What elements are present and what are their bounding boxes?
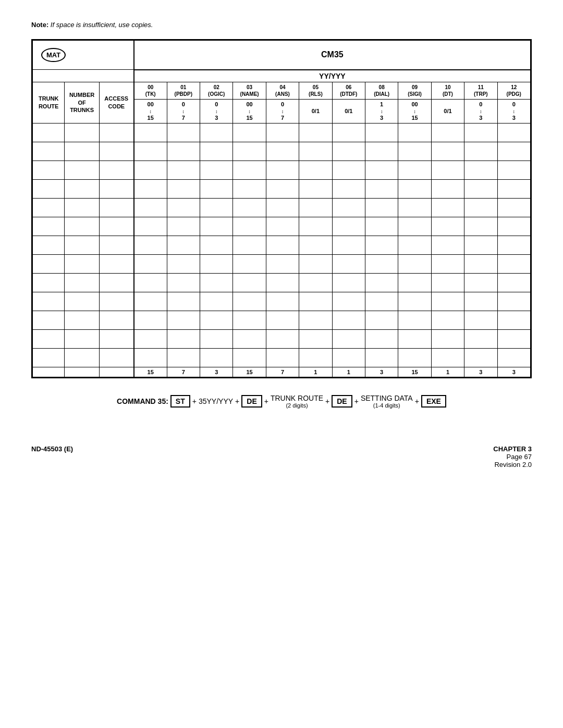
footer-page: Page 67 [493,453,532,461]
col-03-header: 03(NAME) [233,82,266,99]
empty-top-left [33,70,134,82]
st-box: ST [170,395,190,408]
cm35-title: CM35 [134,41,531,70]
plus-5: + [354,397,359,405]
col-header-row: TRUNKROUTE NUMBEROFTRUNKS ACCESSCODE 00(… [33,82,531,99]
footer-right: CHAPTER 3 Page 67 Revision 2.0 [493,445,532,468]
yy-yyy-header: YY/YYY [134,70,531,82]
col-09-header: 09(SIGI) [398,82,431,99]
summary-06: 1 [332,367,365,377]
footer-revision: Revision 2.0 [493,461,532,468]
trunk-route-header: TRUNKROUTE [33,82,65,124]
default-03: 00↕15 [233,99,266,124]
command-label: COMMAND 35: [117,397,168,405]
setting-data-label: SETTING DATA (1-4 digits) [361,394,413,409]
default-00: 00↕15 [134,99,167,124]
col-06-header: 06(DTDF) [332,82,365,99]
summary-09: 15 [398,367,431,377]
main-table-wrapper: MAT CM35 YY/YYY TRUNKROUTE NUMBEROFTRUNK… [31,39,532,378]
table-row [33,161,531,180]
hatch-2 [65,367,99,377]
plus-2: + [235,397,239,405]
default-12: 0↕3 [497,99,530,124]
default-11: 0↕3 [464,99,497,124]
table-row [33,330,531,349]
default-02: 0↕3 [200,99,233,124]
plus-4: + [325,397,329,405]
default-04: 0↕7 [266,99,299,124]
summary-00: 15 [134,367,167,377]
default-05: 0/1 [299,99,332,124]
table-row [33,236,531,255]
summary-12: 3 [497,367,530,377]
table-row [33,255,531,274]
col-08-header: 08(DIAL) [365,82,398,99]
summary-08: 3 [365,367,398,377]
summary-02: 3 [200,367,233,377]
hatch-1 [33,367,65,377]
table-row [33,142,531,161]
table-row [33,217,531,236]
col-04-header: 04(ANS) [266,82,299,99]
table-row [33,274,531,292]
summary-01: 7 [167,367,200,377]
col-05-header: 05(RLS) [299,82,332,99]
mat-badge: MAT [41,48,66,62]
summary-row: 15 7 3 15 7 1 1 3 15 1 3 3 [33,367,531,377]
access-code-header: ACCESSCODE [99,82,133,124]
default-08: 1↕3 [365,99,398,124]
col-11-header: 11(TRP) [464,82,497,99]
col-00-header: 00(TK) [134,82,167,99]
table-row [33,124,531,142]
code1: 35YY/YYY [199,397,233,405]
table-row [33,180,531,199]
col-10-header: 10(DT) [431,82,464,99]
default-06: 0/1 [332,99,365,124]
footer-left: ND-45503 (E) [31,445,73,468]
footer-section: ND-45503 (E) CHAPTER 3 Page 67 Revision … [31,440,532,468]
number-of-trunks-header: NUMBEROFTRUNKS [65,82,99,124]
trunk-route-label: TRUNK ROUTE (2 digits) [271,394,323,409]
summary-04: 7 [266,367,299,377]
col-01-header: 01(PBDP) [167,82,200,99]
table-row [33,311,531,330]
summary-11: 3 [464,367,497,377]
plus-6: + [415,397,419,405]
exe-box: EXE [421,395,446,408]
note-text: Note: If space is insufficient, use copi… [31,21,532,29]
data-table: MAT CM35 YY/YYY TRUNKROUTE NUMBEROFTRUNK… [32,40,531,377]
table-row [33,292,531,311]
plus-1: + [192,397,197,405]
default-01: 0↕7 [167,99,200,124]
default-09: 00↕15 [398,99,431,124]
table-row [33,199,531,217]
summary-05: 1 [299,367,332,377]
mat-cell: MAT [33,41,134,70]
default-10: 0/1 [431,99,464,124]
table-row [33,349,531,367]
summary-03: 15 [233,367,266,377]
title-row: MAT CM35 [33,41,531,70]
de2-box: DE [332,395,352,408]
col-12-header: 12(PDG) [497,82,530,99]
summary-10: 1 [431,367,464,377]
col-02-header: 02(OGIC) [200,82,233,99]
footer-chapter: CHAPTER 3 [493,445,532,453]
command-section: COMMAND 35: ST + 35YY/YYY + DE + TRUNK R… [31,394,532,409]
yy-yyy-row: YY/YYY [33,70,531,82]
hatch-3 [99,367,133,377]
de1-box: DE [241,395,262,408]
plus-3: + [264,397,268,405]
